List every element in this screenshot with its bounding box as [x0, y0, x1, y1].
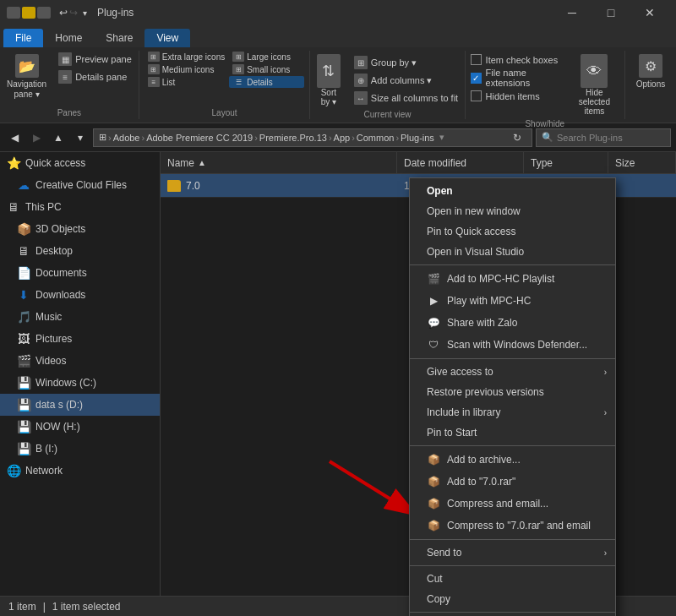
ctx-open[interactable]: Open [410, 181, 615, 201]
refresh-button[interactable]: ↻ [508, 128, 526, 147]
preview-pane-label: Preview pane [75, 54, 132, 64]
layout-content: ⊞ Extra large icons ⊞ Large icons ⊞ Medi… [144, 51, 305, 108]
extra-large-icons-button[interactable]: ⊞ Extra large icons [144, 51, 228, 63]
hidden-items-cb[interactable] [471, 90, 482, 101]
file-extensions-cb[interactable]: ✓ [471, 73, 482, 84]
add-columns-button[interactable]: ⊕ Add columns ▾ [349, 72, 463, 89]
ctx-pin-start[interactable]: Pin to Start [410, 422, 615, 443]
path-adobe: Adobe [113, 133, 140, 143]
3d-objects-icon: 📦 [17, 222, 30, 236]
recent-locations-button[interactable]: ▾ [71, 128, 90, 147]
sidebar-item-b-i[interactable]: 💾 B (I:) [0, 438, 160, 460]
ctx-sep-2 [410, 358, 615, 359]
ctx-copy[interactable]: Copy [410, 589, 615, 609]
column-date-modified[interactable]: Date modified [397, 152, 524, 173]
ctx-scan-defender[interactable]: 🛡 Scan with Windows Defender... [410, 334, 615, 356]
hidden-items-label: Hidden items [486, 91, 540, 101]
sidebar-item-pictures[interactable]: 🖼 Pictures [0, 328, 160, 350]
preview-pane-button[interactable]: ▦ Preview pane [53, 51, 137, 68]
tab-home[interactable]: Home [43, 29, 94, 47]
ctx-compress-email[interactable]: 📦 Compress and email... [410, 493, 615, 515]
undo-icon[interactable]: ↩ [59, 7, 68, 19]
customize-icon[interactable]: ▾ [83, 8, 87, 18]
tab-view[interactable]: View [144, 29, 190, 47]
hide-selected-label: Hide selected items [575, 88, 614, 116]
size-columns-label: Size all columns to fit [371, 93, 458, 103]
sidebar-item-network[interactable]: 🌐 Network [0, 460, 160, 482]
group-by-label: Group by ▾ [371, 57, 417, 68]
sidebar-item-quick-access[interactable]: ⭐ Quick access [0, 152, 160, 174]
sidebar-item-windows-c[interactable]: 💾 Windows (C:) [0, 372, 160, 394]
documents-icon: 📄 [17, 266, 30, 280]
sidebar-item-desktop[interactable]: 🖥 Desktop [0, 240, 160, 262]
file-extensions-label: File name extensions [486, 68, 568, 88]
hide-selected-button[interactable]: 👁 Hide selected items [570, 51, 619, 119]
ctx-play-mpc[interactable]: ▶ Play with MPC-HC [410, 290, 615, 312]
details-button[interactable]: ☰ Details [229, 76, 304, 88]
ctx-restore-previous[interactable]: Restore previous versions [410, 382, 615, 402]
sidebar-item-creative-cloud[interactable]: ☁ Creative Cloud Files [0, 174, 160, 196]
group-by-button[interactable]: ⊞ Group by ▾ [349, 54, 463, 71]
ctx-sep-5 [410, 565, 615, 566]
ctx-add-archive[interactable]: 📦 Add to archive... [410, 449, 615, 471]
videos-label: Videos [35, 355, 66, 367]
ctx-send-to[interactable]: Send to › [410, 542, 615, 563]
sidebar-item-documents[interactable]: 📄 Documents [0, 262, 160, 284]
sidebar-item-videos[interactable]: 🎬 Videos [0, 350, 160, 372]
ctx-add-mpc-playlist[interactable]: 🎬 Add to MPC-HC Playlist [410, 268, 615, 290]
options-icon: ⚙ [639, 54, 662, 78]
3d-objects-label: 3D Objects [35, 223, 85, 235]
sidebar-item-this-pc[interactable]: 🖥 This PC [0, 196, 160, 218]
up-button[interactable]: ▲ [49, 128, 68, 147]
ctx-include-library[interactable]: Include in library › [410, 402, 615, 422]
file-extensions-toggle[interactable]: ✓ File name extensions [471, 68, 568, 88]
sidebar-item-data-d[interactable]: 💾 data s (D:) [0, 394, 160, 416]
ctx-cut[interactable]: Cut [410, 569, 615, 589]
column-type[interactable]: Type [524, 152, 608, 173]
details-pane-button[interactable]: ≡ Details pane [53, 68, 137, 85]
column-size[interactable]: Size [608, 152, 676, 173]
path-dropdown[interactable]: ▾ [439, 132, 444, 143]
ctx-open-visual-studio[interactable]: Open in Visual Studio [410, 242, 615, 262]
ctx-compress-7rar-email[interactable]: 📦 Compress to "7.0.rar" and email [410, 515, 615, 537]
sidebar-item-now-h[interactable]: 💾 NOW (H:) [0, 416, 160, 438]
navigation-pane-button[interactable]: 📂 Navigationpane ▾ [2, 51, 52, 103]
ctx-share-zalo[interactable]: 💬 Share with Zalo [410, 312, 615, 334]
b-i-icon: 💾 [17, 442, 30, 455]
back-button[interactable]: ◀ [5, 128, 24, 147]
list-button[interactable]: ≡ List [144, 76, 228, 88]
ctx-add-7rar[interactable]: 📦 Add to "7.0.rar" [410, 471, 615, 493]
sort-by-button[interactable]: ⇅ Sortby ▾ [312, 51, 346, 110]
network-label: Network [25, 465, 63, 477]
sidebar: ⭐ Quick access ☁ Creative Cloud Files 🖥 … [0, 152, 161, 596]
sidebar-item-music[interactable]: 🎵 Music [0, 306, 160, 328]
music-label: Music [35, 311, 62, 323]
app-icon-2 [22, 7, 35, 19]
item-checkboxes-cb[interactable] [471, 54, 482, 65]
redo-icon[interactable]: ↪ [69, 7, 78, 19]
item-checkboxes-toggle[interactable]: Item check boxes [471, 54, 568, 65]
sidebar-item-downloads[interactable]: ⬇ Downloads [0, 284, 160, 306]
sidebar-item-3d-objects[interactable]: 📦 3D Objects [0, 218, 160, 240]
view-options-group: ⊞ Group by ▾ ⊕ Add columns ▾ ↔ Size all … [349, 51, 463, 106]
ctx-open-new-window[interactable]: Open in new window [410, 201, 615, 221]
small-icons-button[interactable]: ⊞ Small icons [229, 63, 304, 75]
close-button[interactable]: ✕ [630, 0, 669, 25]
column-name[interactable]: Name ▲ [161, 152, 397, 173]
tab-share[interactable]: Share [94, 29, 144, 47]
ctx-give-access[interactable]: Give access to › [410, 362, 615, 382]
downloads-icon: ⬇ [17, 288, 30, 302]
ctx-pin-quick-access[interactable]: Pin to Quick access [410, 221, 615, 242]
large-icons-button[interactable]: ⊞ Large icons [229, 51, 304, 63]
hidden-items-toggle[interactable]: Hidden items [471, 90, 568, 101]
address-path[interactable]: ⊞ › Adobe › Adobe Premiere CC 2019 › Pre… [93, 128, 532, 147]
ribbon-group-options: ⚙ Options [625, 51, 676, 119]
options-button[interactable]: ⚙ Options [631, 51, 670, 93]
forward-button[interactable]: ▶ [27, 128, 46, 147]
medium-icons-button[interactable]: ⊞ Medium icons [144, 63, 228, 75]
search-box[interactable]: 🔍 Search Plug-ins [536, 128, 671, 147]
minimize-button[interactable]: ─ [553, 0, 592, 25]
tab-file[interactable]: File [3, 29, 43, 47]
maximize-button[interactable]: □ [592, 0, 630, 25]
size-columns-button[interactable]: ↔ Size all columns to fit [349, 90, 463, 106]
